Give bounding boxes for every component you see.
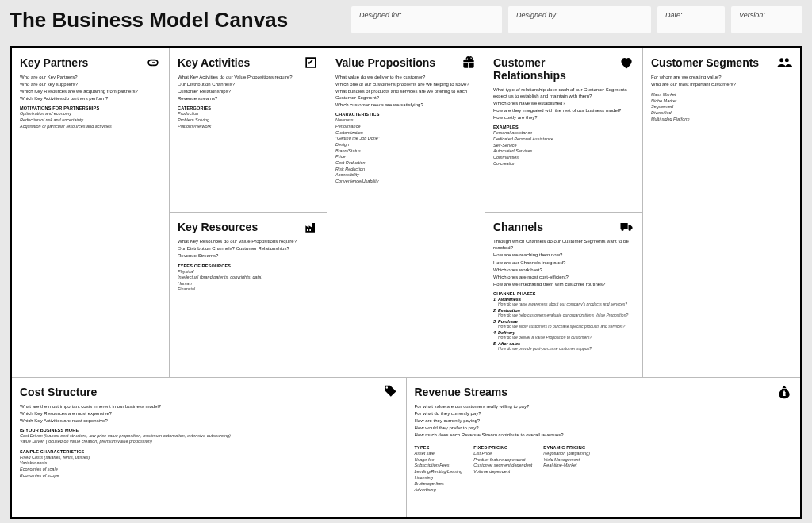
rev-col2-head: FIXED PRICING bbox=[473, 445, 532, 450]
items-key-activities: ProductionProblem SolvingPlatform/Networ… bbox=[178, 111, 319, 129]
cell-key-activities: Key Activities What Key Activities do ou… bbox=[170, 48, 327, 212]
items-customer-relationships: Personal assistanceDedicated Personal As… bbox=[493, 130, 634, 166]
title-channels: Channels bbox=[493, 221, 634, 233]
col-customer-segments: Customer Segments For whom are we creati… bbox=[643, 48, 800, 377]
subhead-key-resources: TYPES OF RESOURCES bbox=[178, 263, 319, 268]
designed-for-box: Designed for: bbox=[351, 6, 502, 33]
factory-icon bbox=[303, 219, 319, 235]
phases-channels: 1. AwarenessHow do we raise awareness ab… bbox=[493, 297, 634, 351]
heart-icon bbox=[619, 55, 634, 71]
cell-value-propositions: Value Propositions What value do we deli… bbox=[327, 48, 485, 377]
cell-cost-structure: Cost Structure What are the most importa… bbox=[12, 378, 407, 517]
col-relationships-channels: Customer Relationships What type of rela… bbox=[485, 48, 643, 377]
title-key-activities: Key Activities bbox=[178, 56, 319, 69]
questions-value-propositions: What value do we deliver to the customer… bbox=[335, 74, 477, 108]
cell-revenue-streams: Revenue Streams For what value are our c… bbox=[407, 378, 801, 517]
col-activities-resources: Key Activities What Key Activities do ou… bbox=[170, 48, 327, 377]
title-value-propositions: Value Propositions bbox=[335, 56, 477, 69]
checkbox-icon bbox=[303, 55, 319, 71]
subhead-customer-relationships: EXAMPLES bbox=[493, 125, 634, 129]
title-cost-structure: Cost Structure bbox=[20, 386, 398, 398]
row-top: Key Partners Who are our Key Partners?Wh… bbox=[12, 48, 800, 377]
questions-key-activities: What Key Activities do our Value Proposi… bbox=[178, 74, 319, 102]
title-key-resources: Key Resources bbox=[178, 221, 319, 233]
subhead-key-activities: CATERGORIES bbox=[178, 106, 319, 110]
items-key-partners: Optimization and economyReduction of ris… bbox=[20, 111, 161, 129]
tag-icon bbox=[382, 384, 398, 400]
col-value-propositions: Value Propositions What value do we deli… bbox=[327, 48, 485, 377]
date-box: Date: bbox=[657, 6, 725, 33]
cell-customer-segments: Customer Segments For whom are we creati… bbox=[643, 48, 800, 377]
canvas: Key Partners Who are our Key Partners?Wh… bbox=[10, 46, 802, 519]
items1-cost-structure: Cost Driven (leanest cost structure, low… bbox=[20, 433, 398, 445]
rev-col3: Negotiation (bargaining)Yield Management… bbox=[543, 451, 590, 468]
cell-customer-relationships: Customer Relationships What type of rela… bbox=[485, 48, 642, 212]
rev-col1-head: TYPES bbox=[415, 445, 463, 450]
page-title: The Business Model Canvas bbox=[10, 8, 345, 33]
items2-cost-structure: Fixed Costs (salaries, rents, utilities)… bbox=[20, 455, 398, 479]
subhead-value-propositions: CHARACTERISTICS bbox=[335, 112, 477, 117]
link-icon bbox=[145, 55, 161, 71]
col-key-partners: Key Partners Who are our Key Partners?Wh… bbox=[12, 48, 170, 377]
designed-by-box: Designed by: bbox=[508, 6, 651, 33]
title-key-partners: Key Partners bbox=[20, 56, 161, 69]
truck-icon bbox=[619, 219, 634, 235]
items-customer-segments: Mass MarketNiche MarketSegmentedDiversif… bbox=[651, 92, 792, 122]
subhead1-cost-structure: IS YOUR BUSINESS MORE bbox=[20, 428, 398, 433]
people-icon bbox=[776, 55, 792, 71]
questions-channels: Through which Channels do our Customer S… bbox=[493, 238, 634, 287]
subhead2-cost-structure: SAMPLE CHARACTERISTICS bbox=[20, 449, 398, 454]
title-customer-segments: Customer Segments bbox=[651, 56, 792, 69]
questions-key-partners: Who are our Key Partners?Who are our key… bbox=[20, 74, 161, 102]
subhead-channels: CHANNEL PHASES bbox=[493, 291, 634, 296]
title-revenue-streams: Revenue Streams bbox=[415, 386, 793, 398]
cell-key-partners: Key Partners Who are our Key Partners?Wh… bbox=[12, 48, 169, 377]
questions-customer-relationships: What type of relationship does each of o… bbox=[493, 87, 634, 121]
version-box: Version: bbox=[731, 6, 802, 33]
title-customer-relationships: Customer Relationships bbox=[493, 56, 634, 82]
questions-revenue-streams: For what value are our customers really … bbox=[415, 403, 793, 438]
cell-channels: Channels Through which Channels do our C… bbox=[485, 212, 642, 376]
money-bag-icon bbox=[776, 384, 792, 400]
rev-col3-head: DYNAMIC PRICING bbox=[543, 445, 590, 450]
cell-key-resources: Key Resources What Key Resources do our … bbox=[170, 212, 327, 376]
rev-col2: List PriceProduct feature dependentCusto… bbox=[473, 451, 532, 475]
questions-cost-structure: What are the most important costs inhere… bbox=[20, 403, 398, 424]
revenue-columns: TYPES Asset saleUsage feeSubscription Fe… bbox=[415, 441, 793, 493]
gift-icon bbox=[461, 55, 477, 71]
row-bottom: Cost Structure What are the most importa… bbox=[12, 377, 800, 517]
header-bar: The Business Model Canvas Designed for: … bbox=[0, 0, 812, 46]
rev-col1: Asset saleUsage feeSubscription FeesLend… bbox=[415, 451, 463, 493]
subhead-key-partners: MOTIVATIONS FOR PARTNERSHIPS bbox=[20, 106, 161, 110]
items-key-resources: PhysicalIntellectual (brand patents, cop… bbox=[178, 269, 319, 293]
items-value-propositions: NewnessPerformanceCustomization"Getting … bbox=[335, 117, 477, 184]
questions-key-resources: What Key Resources do our Value Proposit… bbox=[178, 238, 319, 259]
questions-customer-segments: For whom are we creating value?Who are o… bbox=[651, 74, 792, 87]
